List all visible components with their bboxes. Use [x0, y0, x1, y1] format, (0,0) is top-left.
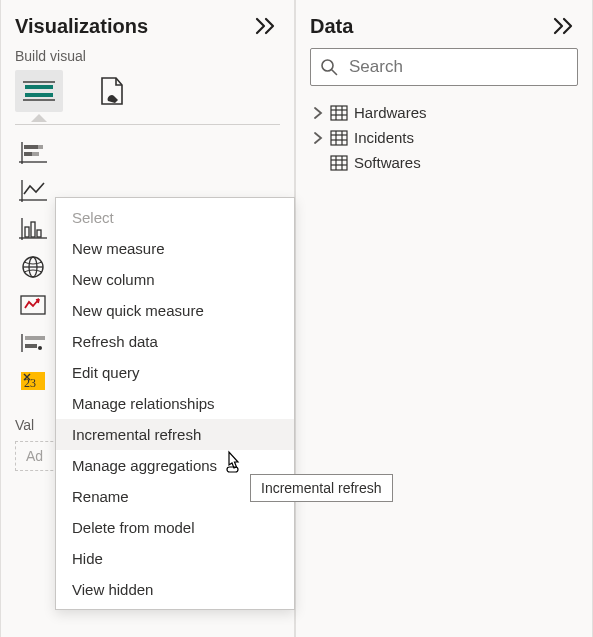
svg-rect-34 [331, 131, 347, 145]
table-icon-partial [330, 155, 348, 171]
matrix-icon [19, 332, 47, 354]
svg-rect-7 [38, 145, 43, 149]
table-icon [330, 105, 348, 121]
format-page-icon [96, 75, 126, 107]
vt-column[interactable] [15, 213, 51, 245]
svg-rect-39 [331, 156, 347, 170]
ctx-new-quick-measure[interactable]: New quick measure [56, 295, 294, 326]
context-menu: Select New measure New column New quick … [55, 197, 295, 610]
search-field[interactable] [310, 48, 578, 86]
visual-types-strip: 23 [15, 137, 57, 397]
collapse-viz-button[interactable] [252, 12, 280, 40]
build-visual-subtitle: Build visual [15, 48, 280, 64]
tree-item-incidents[interactable]: Incidents [310, 125, 578, 150]
build-visual-icon [22, 79, 56, 103]
ctx-edit-query[interactable]: Edit query [56, 357, 294, 388]
tooltip: Incremental refresh [250, 474, 393, 502]
ctx-view-hidden[interactable]: View hidden [56, 574, 294, 605]
svg-line-28 [332, 70, 337, 75]
vt-funnel[interactable] [15, 327, 51, 359]
svg-point-24 [38, 346, 42, 350]
svg-rect-22 [25, 336, 45, 340]
svg-rect-8 [24, 152, 32, 156]
line-chart-icon [19, 180, 47, 202]
svg-rect-23 [25, 344, 37, 348]
vt-line[interactable] [15, 175, 51, 207]
tree-item-label: Softwares [354, 154, 421, 171]
svg-rect-3 [25, 93, 53, 97]
ctx-manage-relationships[interactable]: Manage relationships [56, 388, 294, 419]
tree-item-hardwares[interactable]: Hardwares [310, 100, 578, 125]
ctx-delete-from-model[interactable]: Delete from model [56, 512, 294, 543]
stacked-bar-icon [19, 142, 47, 164]
ctx-hide[interactable]: Hide [56, 543, 294, 574]
svg-rect-29 [331, 106, 347, 120]
tree-item-label: Hardwares [354, 104, 427, 121]
search-icon [320, 58, 338, 76]
ctx-new-column[interactable]: New column [56, 264, 294, 295]
chevrons-right-icon [255, 17, 277, 35]
ctx-refresh-data[interactable]: Refresh data [56, 326, 294, 357]
vt-map[interactable] [15, 251, 51, 283]
ctx-incremental-refresh[interactable]: Incremental refresh [56, 419, 294, 450]
tree-item-label: Incidents [354, 129, 414, 146]
svg-rect-16 [37, 230, 41, 237]
column-chart-icon [19, 218, 47, 240]
svg-point-27 [322, 60, 333, 71]
search-input[interactable] [310, 48, 578, 86]
vt-stacked-bar[interactable] [15, 137, 51, 169]
ctx-select[interactable]: Select [56, 202, 294, 233]
svg-rect-14 [25, 227, 29, 237]
svg-rect-15 [31, 222, 35, 237]
collapse-data-button[interactable] [550, 12, 578, 40]
globe-icon [20, 254, 46, 280]
kpi-icon [19, 294, 47, 316]
ctx-new-measure[interactable]: New measure [56, 233, 294, 264]
data-title: Data [310, 15, 353, 38]
chevrons-right-icon [553, 17, 575, 35]
svg-rect-2 [25, 85, 53, 89]
vt-waterfall[interactable]: 23 [15, 365, 51, 397]
tree-item-softwares[interactable]: Softwares [310, 150, 578, 175]
chevron-right-icon [312, 107, 324, 119]
svg-rect-9 [32, 152, 39, 156]
format-visual-button[interactable] [87, 70, 135, 112]
build-visual-button[interactable] [15, 70, 63, 112]
svg-rect-6 [24, 145, 38, 149]
chevron-right-icon [312, 132, 324, 144]
py-visual-icon: 23 [19, 370, 47, 392]
vt-gauge[interactable] [15, 289, 51, 321]
data-pane: Data Hardwares Incidents Softwares [295, 0, 593, 637]
visualizations-title: Visualizations [15, 15, 148, 38]
table-icon [330, 130, 348, 146]
